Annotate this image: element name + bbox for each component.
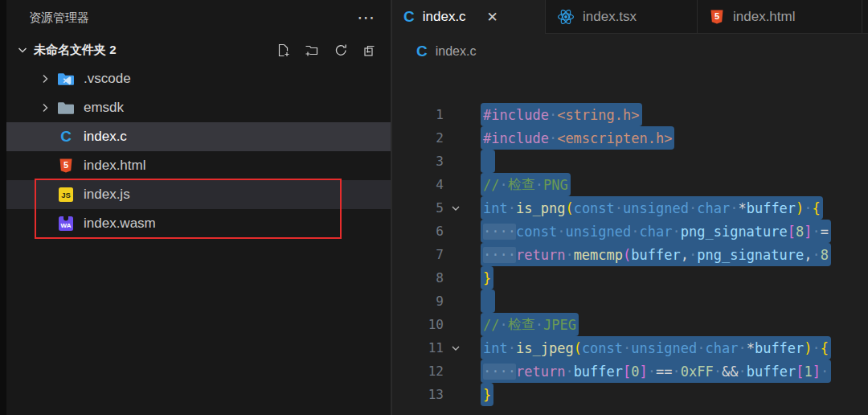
code-content: #include·<string.h>	[468, 103, 868, 126]
selection-highlight: }	[481, 383, 493, 406]
collapse-all-icon[interactable]	[360, 40, 379, 60]
tree-item--vscode[interactable]: .vscode	[6, 64, 391, 93]
new-folder-icon[interactable]	[302, 40, 321, 60]
folder-section-label: 未命名文件夹 2	[34, 43, 273, 58]
folder-icon	[56, 98, 76, 117]
tab-index-tsx[interactable]: index.tsx	[546, 0, 698, 34]
chevron-right-icon[interactable]	[37, 72, 53, 85]
code-content: ····return·buffer[0]·==·0xFF·&&·buffer[1…	[468, 360, 868, 383]
line-number: 6	[392, 224, 444, 239]
line-number: 9	[392, 294, 444, 309]
code-content: }	[468, 383, 868, 406]
tab-label: index.html	[733, 9, 795, 25]
html-file-icon: 5	[709, 9, 725, 25]
selection-highlight: int·is_png(const·unsigned·char·*buffer)·…	[481, 196, 823, 220]
code-content: int·is_png(const·unsigned·char·*buffer)·…	[468, 196, 868, 220]
code-line-5[interactable]: 5int·is_png(const·unsigned·char·*buffer)…	[392, 196, 868, 220]
code-line-13[interactable]: 13}	[392, 383, 868, 406]
folder-section-header[interactable]: 未命名文件夹 2	[6, 35, 391, 64]
fold-chevron-icon[interactable]	[444, 343, 468, 354]
html-file-icon: 5	[56, 156, 76, 175]
selection-highlight: //·检查·JPEG	[481, 313, 579, 336]
code-line-11[interactable]: 11int·is_jpeg(const·unsigned·char·*buffe…	[392, 336, 868, 360]
code-content: int·is_jpeg(const·unsigned·char·*buffer)…	[468, 336, 868, 360]
activity-bar-edge	[0, 0, 6, 415]
wasm-file-icon: WA	[56, 214, 76, 233]
tab-index-c[interactable]: Cindex.c✕	[392, 0, 546, 34]
svg-text:5: 5	[63, 160, 68, 170]
close-icon[interactable]: ✕	[487, 9, 498, 26]
fold-chevron-icon[interactable]	[444, 203, 468, 214]
tab-bar: Cindex.c✕index.tsx5index.html	[392, 0, 868, 34]
svg-text:WA: WA	[61, 222, 72, 229]
selection-highlight: }	[481, 266, 493, 290]
line-number: 2	[392, 130, 444, 146]
code-content: //·检查·JPEG	[468, 313, 868, 336]
tree-item-label: emsdk	[84, 100, 124, 116]
svg-text:5: 5	[714, 11, 719, 21]
code-line-4[interactable]: 4//·检查·PNG	[392, 173, 868, 196]
tree-item-label: index.wasm	[84, 216, 156, 232]
vscode-window: 资源管理器 ⋯ 未命名文件夹 2 .vscodeemsdkCindex.c5in…	[0, 0, 868, 415]
selection-highlight: ····return·memcmp(buffer,·png_signature,…	[481, 243, 831, 266]
selection-highlight: #include·<emscripten.h>	[481, 126, 674, 150]
breadcrumb[interactable]: C index.c	[392, 34, 868, 69]
line-number: 5	[392, 200, 444, 216]
react-file-icon	[557, 8, 575, 26]
editor-group: Cindex.c✕index.tsx5index.html C index.c …	[392, 0, 868, 415]
tree-item-emsdk[interactable]: emsdk	[6, 93, 391, 122]
tree-item-index-wasm[interactable]: WAindex.wasm	[6, 209, 391, 238]
selection-highlight	[481, 290, 495, 313]
tree-item-label: index.html	[84, 158, 145, 174]
code-content: ····return·memcmp(buffer,·png_signature,…	[468, 243, 868, 266]
selection-highlight: #include·<string.h>	[481, 103, 642, 126]
code-editor[interactable]: 1#include·<string.h>2#include·<emscripte…	[392, 69, 868, 406]
code-line-12[interactable]: 12····return·buffer[0]·==·0xFF·&&·buffer…	[392, 360, 868, 383]
code-line-10[interactable]: 10//·检查·JPEG	[392, 313, 868, 336]
line-number: 8	[392, 270, 444, 286]
tree-item-index-js[interactable]: JSindex.js	[6, 180, 391, 209]
chevron-down-icon	[16, 43, 29, 56]
selection-highlight: //·检查·PNG	[481, 173, 571, 196]
code-line-8[interactable]: 8}	[392, 266, 868, 290]
file-tree: .vscodeemsdkCindex.c5index.htmlJSindex.j…	[6, 64, 391, 238]
section-actions	[273, 40, 379, 60]
line-number: 13	[392, 387, 444, 402]
js-file-icon: JS	[56, 185, 76, 204]
explorer-sidebar: 资源管理器 ⋯ 未命名文件夹 2 .vscodeemsdkCindex.c5in…	[6, 0, 392, 415]
ellipsis-icon[interactable]: ⋯	[357, 14, 376, 22]
breadcrumb-label: index.c	[436, 44, 477, 59]
c-file-icon: C	[403, 8, 415, 26]
explorer-title: 资源管理器	[29, 10, 357, 26]
vscode-folder-icon	[56, 69, 76, 88]
tab-index-html[interactable]: 5index.html	[698, 0, 862, 34]
svg-text:JS: JS	[61, 191, 71, 199]
code-content: ····const·unsigned·char·png_signature[8]…	[468, 220, 868, 243]
new-file-icon[interactable]	[273, 40, 293, 60]
c-file-icon: C	[56, 127, 76, 146]
tab-label: index.tsx	[583, 9, 637, 25]
code-line-1[interactable]: 1#include·<string.h>	[392, 103, 868, 126]
code-line-2[interactable]: 2#include·<emscripten.h>	[392, 126, 868, 150]
line-number: 12	[392, 364, 444, 379]
tree-item-index-c[interactable]: Cindex.c	[6, 122, 391, 151]
selection-highlight	[481, 150, 495, 173]
line-number: 1	[392, 107, 444, 122]
code-content: }	[468, 266, 868, 290]
line-number: 7	[392, 247, 444, 262]
line-number: 10	[392, 317, 444, 332]
selection-highlight: int·is_jpeg(const·unsigned·char·*buffer)…	[481, 336, 831, 360]
code-line-9[interactable]: 9	[392, 290, 868, 313]
c-file-icon: C	[416, 43, 428, 60]
tree-item-label: index.c	[84, 129, 127, 145]
line-number: 11	[392, 340, 444, 355]
tab-label: index.c	[423, 9, 466, 25]
code-content: //·检查·PNG	[468, 173, 868, 196]
code-line-7[interactable]: 7····return·memcmp(buffer,·png_signature…	[392, 243, 868, 266]
chevron-right-icon[interactable]	[37, 101, 53, 114]
tree-item-index-html[interactable]: 5index.html	[6, 151, 391, 180]
code-content	[468, 150, 868, 173]
code-line-6[interactable]: 6····const·unsigned·char·png_signature[8…	[392, 220, 868, 243]
code-line-3[interactable]: 3	[392, 150, 868, 173]
refresh-icon[interactable]	[331, 40, 350, 60]
